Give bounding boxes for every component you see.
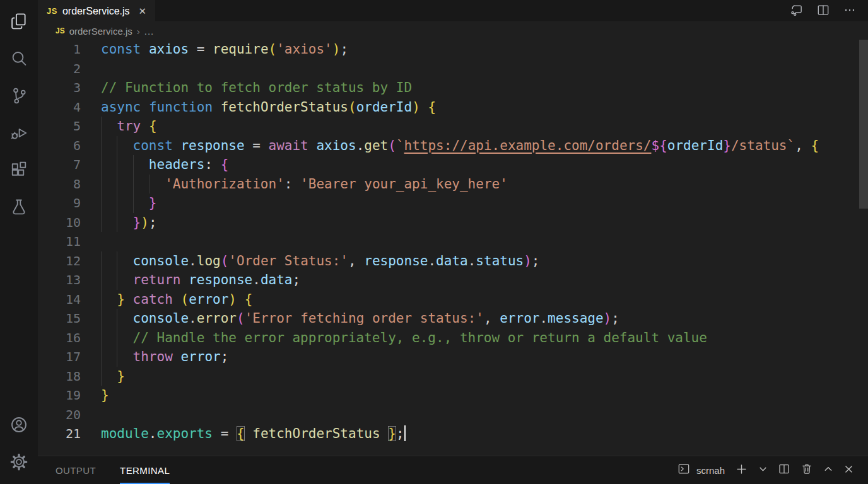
line-number: 18 [38,367,81,386]
open-changes-icon[interactable] [790,3,804,20]
close-icon[interactable]: ✕ [139,6,147,17]
line-number: 7 [38,155,81,175]
source-control-icon [9,86,28,108]
chevron-up-icon[interactable] [823,464,833,476]
code-line[interactable]: 10 }); [38,213,868,233]
tab-label: orderService.js [62,6,130,17]
line-number: 17 [38,347,81,367]
vscode-window: JS orderService.js ✕ [0,0,868,484]
code-line[interactable]: 12 console.log('Order Status:', response… [38,251,868,271]
sidebar-item-source-control[interactable] [0,78,38,115]
testing-icon [9,198,28,219]
code-line[interactable]: 2 [38,59,868,79]
trash-icon[interactable] [801,463,813,478]
account-icon [9,415,28,437]
terminal-name[interactable]: scrnah [696,465,725,476]
code-line[interactable]: 16 // Handle the error appropriately, e.… [38,328,868,348]
code-line[interactable]: 17 throw error; [38,347,868,367]
sidebar-item-extensions[interactable] [0,153,38,190]
code-line[interactable]: 11 [38,232,868,251]
sidebar-item-search[interactable] [0,41,38,78]
line-number: 3 [38,78,81,98]
breadcrumb-symbols[interactable]: ... [144,26,155,37]
panel-tabs: OUTPUT TERMINAL [38,456,170,484]
code-line[interactable]: 15 console.error('Error fetching order s… [38,309,868,328]
line-number: 6 [38,136,81,156]
more-actions-icon[interactable] [843,3,857,20]
sidebar-item-run-debug[interactable] [0,115,38,153]
line-number: 14 [38,290,81,309]
close-panel-icon[interactable] [843,464,854,477]
code-lines: 1const axios = require('axios');23// Fun… [38,40,868,444]
new-terminal-plus-icon[interactable] [735,463,748,478]
tab-terminal[interactable]: TERMINAL [120,456,170,484]
split-editor-icon[interactable] [816,3,830,20]
code-line[interactable]: 5 try { [38,117,868,136]
line-number: 21 [38,424,81,444]
line-number: 16 [38,328,81,348]
line-number: 5 [38,117,81,136]
code-line[interactable]: 6 const response = await axios.get(`http… [38,136,868,156]
activity-bar [0,0,38,484]
code-line[interactable]: 13 return response.data; [38,270,868,290]
chevron-down-icon[interactable] [758,464,768,476]
line-number: 8 [38,175,81,194]
line-number: 11 [38,232,81,251]
breadcrumb[interactable]: JS orderService.js › ... [38,22,868,40]
editor-scrollbar[interactable] [859,40,868,456]
code-line[interactable]: 4async function fetchOrderStatus(orderId… [38,98,868,117]
code-line[interactable]: 8 'Authorization': 'Bearer your_api_key_… [38,175,868,194]
bottom-panel: OUTPUT TERMINAL scrnah [38,456,868,484]
terminal-badge-icon [677,463,690,478]
scrollbar-thumb[interactable] [859,40,868,209]
editor-group: JS orderService.js ✕ [38,0,868,484]
code-line[interactable]: 7 headers: { [38,155,868,175]
line-number: 10 [38,213,81,233]
chevron-right-icon: › [137,26,140,37]
account-button[interactable] [0,407,38,444]
code-line[interactable]: 19} [38,386,868,405]
line-number: 15 [38,309,81,328]
code-line[interactable]: 14 } catch (error) { [38,290,868,309]
tab-bar: JS orderService.js ✕ [38,0,868,22]
extensions-icon [9,161,28,182]
code-line[interactable]: 20 [38,405,868,425]
line-number: 20 [38,405,81,425]
editor-actions [790,0,868,22]
breadcrumb-file[interactable]: orderService.js [69,26,132,37]
code-line[interactable]: 3// Function to fetch order status by ID [38,78,868,98]
line-number: 9 [38,193,81,213]
line-number: 4 [38,98,81,117]
line-number: 2 [38,59,81,79]
code-line[interactable]: 1const axios = require('axios'); [38,40,868,59]
code-line[interactable]: 9 } [38,193,868,213]
line-number: 19 [38,386,81,405]
activity-bar-bottom [0,407,38,484]
panel-actions: scrnah [677,463,868,478]
code-editor[interactable]: 1const axios = require('axios');23// Fun… [38,40,868,456]
settings-gear-icon [9,452,28,474]
tab-orderservice-js[interactable]: JS orderService.js ✕ [38,0,155,22]
line-number: 13 [38,270,81,290]
search-icon [9,49,28,71]
code-line[interactable]: 21module.exports = { fetchOrderStatus }; [38,424,868,444]
split-panel-icon[interactable] [778,463,790,478]
line-number: 12 [38,251,81,271]
js-file-icon: JS [56,26,65,35]
sidebar-item-testing[interactable] [0,190,38,227]
text-cursor [404,425,406,441]
line-number: 1 [38,40,81,59]
code-line[interactable]: 18 } [38,367,868,386]
run-debug-icon [9,124,28,145]
js-file-icon: JS [47,6,57,16]
explorer-icon [9,12,28,33]
sidebar-item-explorer[interactable] [0,4,38,41]
tab-output[interactable]: OUTPUT [56,456,96,484]
settings-button[interactable] [0,444,38,481]
